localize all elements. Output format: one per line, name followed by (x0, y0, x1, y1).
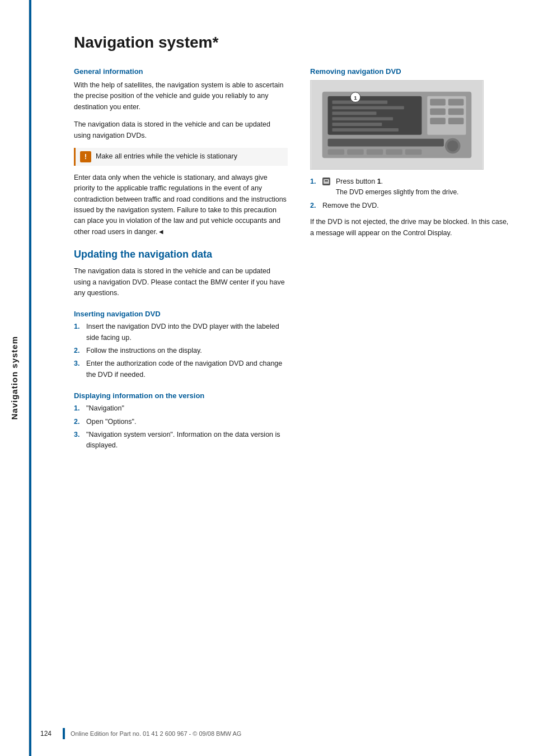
list-item: 2. Follow the instructions on the displa… (74, 346, 288, 356)
sidebar: Navigation system (0, 0, 29, 756)
svg-text:1: 1 (354, 95, 357, 101)
svg-rect-18 (328, 139, 444, 147)
svg-rect-4 (332, 106, 404, 109)
page-number: 124 (40, 730, 57, 738)
inserting-section: Inserting navigation DVD 1. Insert the n… (74, 310, 288, 380)
svg-rect-3 (332, 101, 387, 104)
svg-rect-15 (448, 108, 464, 115)
list-item: 2. Open "Options". (74, 417, 288, 427)
step-text: Follow the instructions on the display. (86, 346, 202, 356)
updating-heading: Updating the navigation data (74, 249, 288, 260)
svg-rect-6 (332, 117, 393, 120)
list-item: 1. Insert the navigation DVD into the DV… (74, 321, 288, 343)
displaying-steps-list: 1. "Navigation" 2. Open "Options". 3. "N… (74, 403, 288, 451)
removing-section: Removing navigation DVD (310, 67, 512, 239)
svg-rect-22 (386, 149, 402, 155)
right-column: Removing navigation DVD (310, 67, 512, 457)
displaying-heading: Displaying information on the version (74, 391, 288, 400)
svg-rect-7 (332, 123, 382, 126)
svg-rect-20 (347, 149, 364, 155)
step-1-text: Press button 1. The DVD emerges slightly… (336, 176, 458, 198)
svg-rect-13 (448, 99, 464, 106)
svg-rect-8 (332, 128, 399, 132)
warning-icon: ! (80, 151, 91, 162)
svg-rect-17 (448, 118, 464, 124)
warning-body-text: Enter data only when the vehicle is stat… (74, 172, 288, 237)
updating-body: The navigation data is stored in the veh… (74, 266, 288, 298)
svg-rect-23 (405, 149, 422, 155)
footer-text: Online Edition for Part no. 01 41 2 600 … (71, 730, 241, 737)
step-number: 2. (74, 417, 83, 427)
step-2-text: Remove the DVD. (322, 200, 379, 211)
list-item: 1. "Navigation" (74, 403, 288, 414)
removing-steps: 1. Press button 1. The DVD emerges sligh… (310, 176, 512, 211)
car-dashboard-image: 1 (310, 80, 484, 170)
step-text: "Navigation system version". Information… (86, 430, 288, 451)
step-number: 1. (74, 321, 83, 343)
step-number: 3. (74, 358, 83, 380)
svg-rect-12 (430, 99, 446, 106)
list-item: 3. "Navigation system version". Informat… (74, 430, 288, 451)
step-number: 3. (74, 430, 83, 451)
svg-rect-27 (325, 180, 328, 181)
removing-heading: Removing navigation DVD (310, 67, 512, 76)
two-column-layout: General information With the help of sat… (74, 67, 512, 457)
svg-rect-21 (367, 149, 383, 155)
warning-box: ! Make all entries while the vehicle is … (74, 148, 288, 166)
button-icon (322, 178, 330, 185)
displaying-section: Displaying information on the version 1.… (74, 391, 288, 451)
step-1-num: 1. (310, 176, 319, 187)
footer-accent-line (63, 728, 65, 739)
step-text: Enter the authorization code of the navi… (86, 358, 288, 380)
left-column: General information With the help of sat… (74, 67, 288, 457)
updating-section: Updating the navigation data The navigat… (74, 249, 288, 298)
sidebar-label: Navigation system (10, 336, 19, 420)
step-text: "Navigation" (86, 403, 124, 414)
warning-text: Make all entries while the vehicle is st… (96, 151, 237, 162)
svg-point-25 (447, 141, 458, 152)
step-1-sub: The DVD emerges slightly from the drive. (336, 188, 458, 196)
step-2-num: 2. (310, 200, 319, 211)
step-number: 1. (74, 403, 83, 414)
footer: 124 Online Edition for Part no. 01 41 2 … (40, 728, 512, 739)
step-number: 2. (74, 346, 83, 356)
removing-extra-text: If the DVD is not ejected, the drive may… (310, 217, 512, 239)
general-info-section: General information With the help of sat… (74, 67, 288, 237)
general-info-p2: The navigation data is stored in the veh… (74, 119, 288, 141)
general-info-heading: General information (74, 67, 288, 76)
removing-step-1: 1. Press button 1. The DVD emerges sligh… (310, 176, 512, 198)
inserting-steps-list: 1. Insert the navigation DVD into the DV… (74, 321, 288, 380)
svg-rect-16 (430, 118, 446, 124)
step-text: Insert the navigation DVD into the DVD p… (86, 321, 288, 343)
svg-rect-5 (332, 111, 376, 115)
svg-rect-14 (430, 108, 446, 115)
general-info-p1: With the help of satellites, the navigat… (74, 80, 288, 113)
removing-step-2: 2. Remove the DVD. (310, 200, 512, 211)
page-title: Navigation system* (74, 34, 512, 52)
list-item: 3. Enter the authorization code of the n… (74, 358, 288, 380)
svg-rect-19 (328, 149, 345, 155)
inserting-heading: Inserting navigation DVD (74, 310, 288, 318)
main-content: Navigation system* General information W… (40, 0, 534, 491)
sidebar-accent-bar (29, 0, 31, 756)
step-text: Open "Options". (86, 417, 136, 427)
